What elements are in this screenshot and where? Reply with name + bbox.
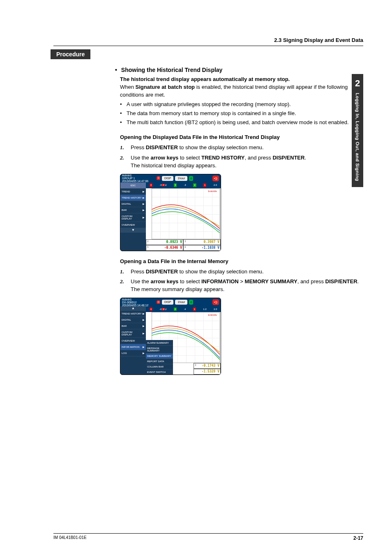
ss-ruler: 4 -04U 3 .4 2 1 2.0 [146, 183, 221, 188]
ss-chart: 4 -04U 3 .4 2 1 2.0 1min/div [146, 183, 221, 251]
showing-bullet-2: The data from memory start to memory sto… [120, 110, 363, 118]
ss-submenu: ALARM SUMMARY MESSAGE SUMMARY MEMORY SUM… [146, 340, 173, 375]
text: , and press [297, 278, 325, 284]
submenu-alarm[interactable]: ALARM SUMMARY [146, 340, 173, 345]
tag: 3 [174, 183, 177, 187]
page-number: 2-17 [353, 535, 363, 541]
text: DISP/ENTER [146, 144, 178, 150]
step-number: 1. [120, 144, 124, 152]
rule-top [53, 46, 363, 46]
alarm-icon: •)) [212, 176, 219, 181]
text: to show the display selection menu. [178, 268, 264, 275]
text: DISP/ENTER [146, 268, 178, 275]
ss-time-pill: 1hour [175, 176, 187, 181]
chapter-tab: 2 Logging In, Logging Out, and Signing [352, 74, 363, 187]
label: CUSTOM DISPLAY [122, 215, 142, 220]
val-2: -1.5328 V [194, 369, 221, 375]
chevron-right-icon: ▶ [143, 312, 145, 315]
text: to select [178, 278, 201, 284]
tag: 2 [193, 183, 196, 187]
menu-scroll-down[interactable]: ▼ [120, 228, 146, 233]
ss-top-left: Admin1 DX-000012 2010/04/05 14:48:12 [122, 298, 155, 307]
opening1-step2: 2. Use the arrow keys to select TREND HI… [120, 154, 363, 170]
section-header: 2.3 Signing Display and Event Data [53, 37, 363, 43]
screenshot-trend-history: Admin1 GROUP 1 2010/04/05 14:47:06 ☰ DIS… [120, 174, 221, 251]
submenu-event-switch[interactable]: EVENT SWITCH [146, 369, 173, 375]
ss-time-pill: 1hour [175, 300, 187, 305]
tag: 1 [203, 183, 206, 187]
showing-title-text: Showing the Historical Trend Display [121, 67, 223, 73]
menu-trend-history[interactable]: TREND HISTORY▶ [120, 195, 146, 201]
text: Signature at batch stop [136, 84, 195, 90]
menu-overview[interactable]: OVERVIEW [120, 222, 146, 228]
submenu-report[interactable]: REPORT DATA [146, 358, 173, 364]
chevron-right-icon: ▶ [143, 319, 145, 321]
chapter-title: Logging In, Logging Out, and Signing [355, 93, 360, 181]
chevron-right-icon: ▶ [143, 332, 145, 335]
menu-esc[interactable]: ESC [120, 183, 146, 189]
text: arrow keys [150, 278, 178, 284]
val-2: 30.3987 V [183, 239, 221, 245]
tag: 4 [150, 308, 152, 311]
step-number: 1. [120, 268, 124, 276]
text: Use the [131, 278, 150, 284]
label: DIGITAL [122, 319, 131, 321]
menu-trend[interactable]: TREND▶ [120, 189, 146, 195]
val-1: 3-0.1743 V [194, 363, 221, 369]
ss-topbar: Admin1 DX-000012 2010/04/05 14:48:12 ☰ D… [120, 298, 221, 306]
menu-digital[interactable]: DIGITAL▶ [120, 317, 146, 323]
menu-bar[interactable]: BAR▶ [120, 207, 146, 213]
tag: 2 [174, 308, 177, 311]
label: OVERVIEW [122, 224, 135, 226]
tag: 4 [150, 183, 152, 187]
showing-line2: When Signature at batch stop is enabled,… [120, 83, 363, 99]
label: DIGITAL [122, 203, 131, 205]
chevron-right-icon: ▶ [143, 325, 145, 327]
menu-trend-history[interactable]: TREND HISTORY▶ [120, 311, 146, 317]
ss-disp-pill: DISP [162, 300, 173, 305]
chevron-right-icon: ▶ [143, 346, 145, 348]
alarm-icon: •)) [212, 299, 219, 305]
menu-custom[interactable]: CUSTOM DISPLAY▶ [120, 329, 146, 338]
opening1-note: The historical trend display appears. [131, 162, 363, 170]
showing-bullet-3: The multi batch function (/BT2 option) i… [120, 119, 363, 127]
text: TREND HISTORY [201, 155, 244, 161]
opening2-step1: 1. Press DISP/ENTER to show the display … [120, 268, 363, 276]
chevron-right-icon: ▶ [143, 197, 145, 199]
chevron-right-icon: ▶ [143, 190, 145, 193]
chevron-right-icon: ▶ [143, 352, 145, 354]
text: . [357, 278, 359, 284]
showing-line1: The historical trend display appears aut… [120, 76, 363, 83]
menu-log[interactable]: LOG▶ [120, 350, 146, 356]
opening2-heading: Opening a Data File in the Internal Memo… [120, 258, 363, 266]
scale-max: 2.0 [214, 183, 217, 187]
ss-menu: ESC TREND▶ TREND HISTORY▶ DIGITAL▶ BAR▶ … [120, 183, 146, 251]
label: TREND HISTORY [122, 197, 142, 199]
showing-title: • Showing the Historical Trend Display [115, 66, 363, 74]
menu-overview[interactable]: OVERVIEW [120, 338, 146, 344]
rec-icon: ☰ [157, 176, 160, 180]
screenshot-memory-summary: Admin1 DX-000012 2010/04/05 14:48:12 ☰ D… [120, 298, 221, 375]
doc-id: IM 04L41B01-01E [53, 535, 87, 541]
menu-digital[interactable]: DIGITAL▶ [120, 201, 146, 207]
submenu-message[interactable]: MESSAGE SUMMARY [146, 345, 173, 353]
menu-custom[interactable]: CUSTOM DISPLAY▶ [120, 213, 146, 222]
text: to select [178, 155, 201, 161]
ss-values: 3-0.1743 V -1.5328 V [194, 363, 221, 375]
tag: 3 [162, 308, 165, 310]
label: TREND [122, 190, 130, 193]
menu-bar[interactable]: BAR▶ [120, 323, 146, 329]
label: BAR [122, 325, 127, 327]
label: INFOR-MATION [122, 346, 140, 348]
tag: 4 [162, 184, 165, 186]
chevron-right-icon: ▶ [143, 203, 145, 205]
text: MEMORY SUMMARY [245, 278, 297, 284]
submenu-memory[interactable]: MEMORY SUMMARY [146, 353, 173, 358]
submenu-column-bar[interactable]: COLUMN BAR [146, 364, 173, 369]
bullet-icon: • [115, 67, 117, 73]
text: > [239, 278, 245, 284]
showing-bullet-1: A user with signature privileges stopped… [120, 101, 363, 109]
text: Use the [131, 155, 150, 161]
menu-information[interactable]: INFOR-MATION▶ [120, 344, 146, 350]
menu-scroll-up[interactable]: ▲ [120, 306, 146, 311]
